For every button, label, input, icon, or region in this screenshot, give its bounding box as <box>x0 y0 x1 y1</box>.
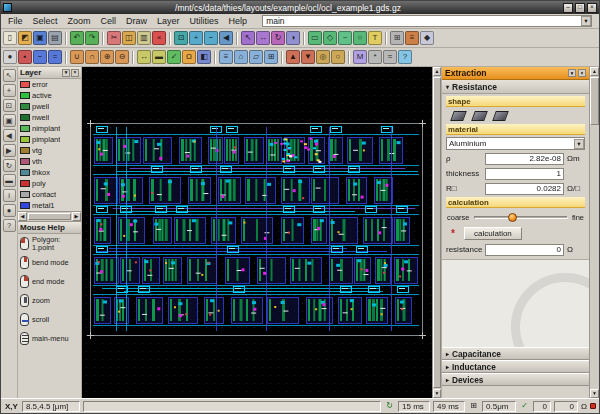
layer-swatch[interactable] <box>20 158 30 165</box>
layer-swatch[interactable] <box>20 114 30 121</box>
layer-swatch[interactable] <box>20 103 30 110</box>
scroll-left-icon[interactable]: ◀ <box>18 212 27 221</box>
menu-item[interactable]: Zoom <box>63 15 96 27</box>
material-combo[interactable]: Aluminium ▼ <box>446 137 585 150</box>
scroll-right-icon[interactable]: ▶ <box>72 212 81 221</box>
resistance-result-field[interactable]: 0 <box>485 244 564 256</box>
layer-row[interactable]: contact <box>18 189 81 200</box>
menu-item[interactable]: Help <box>224 15 253 27</box>
layer-swatch[interactable] <box>20 169 30 176</box>
layer-up-icon[interactable]: ▲ <box>286 50 300 64</box>
wire-tool-icon[interactable]: − <box>33 50 47 64</box>
layer-row[interactable]: pimplant <box>18 134 81 145</box>
info-icon[interactable]: i <box>3 189 16 202</box>
view-3d-icon[interactable]: ◧ <box>197 50 211 64</box>
bool-or-icon[interactable]: ∪ <box>70 50 84 64</box>
menu-item[interactable]: Layer <box>152 15 185 27</box>
rho-field[interactable]: 2.82e-08 <box>485 153 564 165</box>
calculation-button[interactable]: calculation <box>464 227 522 240</box>
layer-row[interactable]: vth <box>18 156 81 167</box>
scrollbar-thumb[interactable] <box>28 213 71 220</box>
cell-select-combo[interactable]: main ▼ <box>262 15 592 27</box>
scroll-down-icon[interactable]: ▼ <box>433 389 441 398</box>
scroll-up-icon[interactable]: ▲ <box>590 67 599 76</box>
zoom-window-icon[interactable]: ⊡ <box>3 99 16 112</box>
move-tool-icon[interactable]: ↔ <box>256 31 270 45</box>
extraction-float-button[interactable]: ▾ <box>568 69 576 77</box>
bus-tool-icon[interactable]: = <box>48 50 62 64</box>
select-tool-icon[interactable]: ↖ <box>241 31 255 45</box>
layout-canvas[interactable] <box>82 67 432 398</box>
layer-swatch[interactable] <box>20 92 30 99</box>
via-tool-icon[interactable]: ▪ <box>18 50 32 64</box>
drc-icon[interactable]: ✓ <box>167 50 181 64</box>
polygon-tool-icon[interactable]: ◇ <box>323 31 337 45</box>
cell-list-icon[interactable]: ≡ <box>219 50 233 64</box>
shape-option-1[interactable] <box>450 111 467 121</box>
scrollbar-track[interactable] <box>590 126 599 389</box>
grid-icon[interactable]: ⊞ <box>468 401 479 412</box>
layer-swatch[interactable] <box>20 202 30 209</box>
help-side-icon[interactable]: ? <box>3 219 16 232</box>
extraction-close-button[interactable]: × <box>578 69 586 77</box>
chevron-down-icon[interactable]: ▼ <box>574 139 584 149</box>
path-tool-icon[interactable]: ~ <box>338 31 352 45</box>
accordion-section-header[interactable]: ▸ Capacitance <box>442 347 589 360</box>
layer-row[interactable]: error <box>18 79 81 90</box>
layer-row[interactable]: nimplant <box>18 123 81 134</box>
menu-item[interactable]: Select <box>28 15 63 27</box>
hierarchy-icon[interactable]: ⌂ <box>234 50 248 64</box>
section-collapsed-icon[interactable]: ▸ <box>446 364 449 370</box>
layer-row[interactable]: nwell <box>18 112 81 123</box>
resistance-section-header[interactable]: ▾ Resistance <box>442 80 589 94</box>
section-collapsed-icon[interactable]: ▸ <box>446 351 449 357</box>
layer-row[interactable]: poly <box>18 178 81 189</box>
layer-row[interactable]: pwell <box>18 101 81 112</box>
macro-icon[interactable]: M <box>353 50 367 64</box>
grid-icon[interactable]: ⊞ <box>390 31 404 45</box>
bool-xor-icon[interactable]: ⊕ <box>100 50 114 64</box>
layer-row[interactable]: vtg <box>18 145 81 156</box>
layer-down-icon[interactable]: ▼ <box>301 50 315 64</box>
window-vertical-scrollbar[interactable]: ▲ ▼ <box>589 67 599 398</box>
redraw-icon[interactable]: ↻ <box>3 159 16 172</box>
thickness-field[interactable]: 1 <box>485 168 564 180</box>
menu-item[interactable]: Cell <box>96 15 122 27</box>
technology-icon[interactable]: * <box>368 50 382 64</box>
layer-swatch[interactable] <box>20 147 30 154</box>
properties-icon[interactable]: ◆ <box>420 31 434 45</box>
precision-slider[interactable] <box>474 216 568 219</box>
open-icon[interactable]: ◩ <box>18 31 32 45</box>
mirror-tool-icon[interactable]: ◑ <box>286 31 300 45</box>
maximize-button[interactable]: □ <box>575 3 585 13</box>
zoom-fit-icon[interactable]: ⊡ <box>174 31 188 45</box>
ruler-icon[interactable]: ▬ <box>152 50 166 64</box>
paste-icon[interactable]: ▥ <box>137 31 151 45</box>
flatten-icon[interactable]: ▱ <box>249 50 263 64</box>
layer-swatch[interactable] <box>20 136 30 143</box>
layer-hidden-icon[interactable]: ○ <box>331 50 345 64</box>
rect-tool-icon[interactable]: ▭ <box>308 31 322 45</box>
zoom-prev-icon[interactable]: ◀ <box>219 31 233 45</box>
layer-list-scrollbar[interactable]: ◀ ▶ <box>18 211 81 222</box>
copy-icon[interactable]: ◫ <box>122 31 136 45</box>
extraction-panel-header[interactable]: Extraction ▾ × <box>442 67 589 80</box>
layer-swatch[interactable] <box>20 81 30 88</box>
undo-icon[interactable]: ↶ <box>70 31 84 45</box>
chevron-down-icon[interactable]: ▼ <box>581 16 591 26</box>
layer-visible-icon[interactable]: ◎ <box>316 50 330 64</box>
lock-icon[interactable]: ● <box>3 204 16 217</box>
new-icon[interactable]: ▯ <box>3 31 17 45</box>
cut-icon[interactable]: ✂ <box>107 31 121 45</box>
measure-icon[interactable]: ↔ <box>137 50 151 64</box>
grid-size[interactable]: 0.5μm <box>482 401 516 412</box>
scroll-up-icon[interactable]: ▲ <box>433 67 441 76</box>
settings-icon[interactable]: ≈ <box>383 50 397 64</box>
scrollbar-thumb[interactable] <box>590 77 599 125</box>
layer-swatch[interactable] <box>20 180 30 187</box>
menu-item[interactable]: File <box>3 15 28 27</box>
layer-list-icon[interactable]: ≡ <box>405 31 419 45</box>
close-button[interactable]: × <box>587 3 597 13</box>
bool-and-icon[interactable]: ∩ <box>85 50 99 64</box>
pointer-tool-icon[interactable]: ↖ <box>3 69 16 82</box>
